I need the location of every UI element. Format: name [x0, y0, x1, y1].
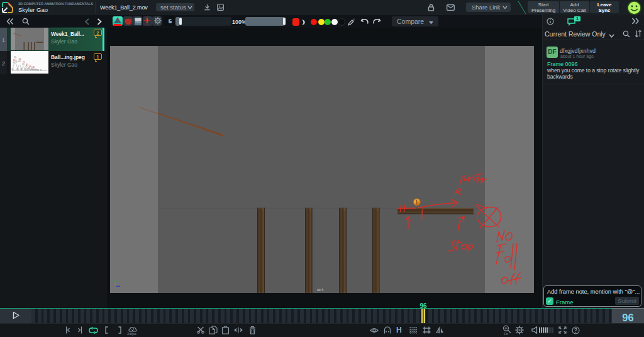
svg-text:wk 5: wk 5 [317, 288, 324, 292]
svg-text:108: 108 [31, 66, 35, 69]
svg-text:24: 24 [13, 59, 16, 62]
svg-text:48: 48 [19, 58, 21, 60]
svg-text:72: 72 [23, 61, 25, 64]
svg-text:84: 84 [26, 64, 29, 66]
